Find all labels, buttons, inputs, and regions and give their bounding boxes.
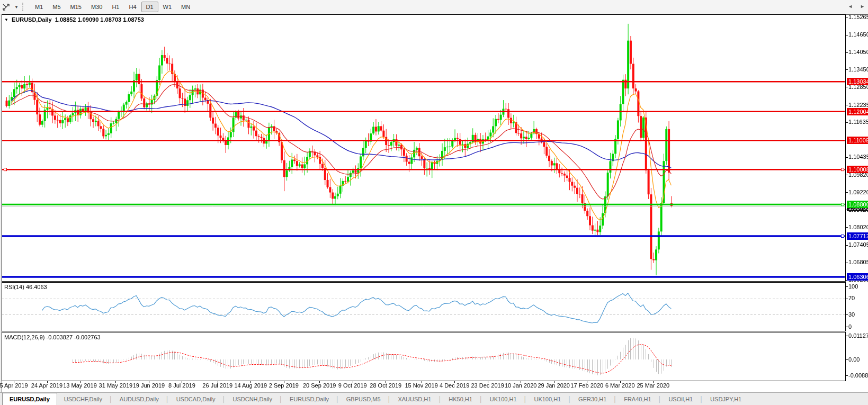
chart-tab-ger30-h1[interactable]: GER30,H1 [571,393,613,405]
timeframe-button-M5[interactable]: M5 [48,2,65,12]
macd-scale-label: 0.00 [848,356,860,363]
date-tick-label: 4 Dec 2019 [440,382,469,389]
timeframe-button-M15[interactable]: M15 [66,2,86,12]
chart-title: ▼ EURUSD,Daily 1.08852 1.09090 1.08703 1… [4,16,144,23]
date-tick-label: 25 Mar 2020 [637,382,669,389]
timeframe-button-H4[interactable]: H4 [124,2,141,12]
date-tick-label: 26 Jul 2019 [202,382,232,389]
date-tick-label: 9 Oct 2019 [338,382,367,389]
tab-separator: │ [109,393,113,405]
chart-tab-uk100-h1[interactable]: UK100,H1 [483,393,524,405]
tab-separator: │ [479,393,483,405]
price-tick-label: 1.14650 [848,31,868,38]
rsi-indicator-label: RSI(14) 46.4063 [4,284,47,290]
tab-separator: │ [166,393,169,405]
chart-tab-fra40-h1[interactable]: FRA40,H1 [617,393,658,405]
price-tick-label: 1.15265 [848,14,868,20]
chart-ohlc-values: 1.08852 1.09090 1.08703 1.08753 [55,16,144,23]
date-tick-label: 23 Dec 2019 [471,382,504,389]
chart-tab-eurusd-daily[interactable]: EURUSD,Daily [2,393,57,405]
chart-tab-usdcnh-daily[interactable]: USDCNH,Daily [226,393,279,405]
price-tick-label: 1.08020 [848,224,868,230]
chart-symbol-label: EURUSD,Daily [12,16,52,23]
price-level-label: 1.10008 [847,166,868,173]
price-tick-label: 1.12235 [848,102,868,108]
tab-separator: │ [336,393,339,405]
timeframe-button-M1[interactable]: M1 [30,2,48,12]
date-tick-label: 15 Nov 2019 [405,382,437,389]
chart-tab-bar: EURUSD,DailyUSDCHF,Daily│AUDUSD,Daily│US… [0,392,868,405]
price-tick-label: 1.10435 [848,154,868,160]
rsi-scale-label: 0 [848,323,852,330]
tab-separator: │ [658,393,662,405]
chart-tab-usoil-h1[interactable]: USOil,H1 [661,393,700,405]
price-level-label: 1.06306 [847,273,868,281]
chart-tab-gbpusd-m5[interactable]: GBPUSD,M5 [339,393,388,405]
macd-scale-label: -0.008845 [848,372,868,379]
chart-tab-usdchf-daily[interactable]: USDCHF,Daily [57,393,109,405]
date-tick-label: 19 Jun 2019 [133,382,165,389]
tab-separator: │ [524,393,527,405]
rsi-scale-label: 70 [848,295,855,301]
rsi-scale-label: 100 [848,283,858,290]
price-tick-label: 1.09220 [848,189,868,195]
date-tick-label: 28 Oct 2019 [370,382,401,389]
symbol-triangle-icon: ▼ [4,17,8,22]
date-tick-label: 20 Sep 2019 [303,382,336,389]
top-toolbar: ▼ M1M5M15M30H1H4D1W1MN [0,0,868,14]
price-tick-label: 1.07405 [848,241,868,248]
crosshair-tool-icon[interactable] [0,2,12,12]
tab-separator: │ [222,393,226,405]
tab-separator: │ [388,393,391,405]
toolbar-grip [22,3,27,11]
date-tick-label: 24 Apr 2019 [31,382,62,389]
price-level-label: 1.08800 [847,201,868,208]
tab-separator: │ [279,393,283,405]
macd-indicator-label: MACD(12,26,9) -0.003827 -0.002763 [4,334,101,340]
timeframe-button-H1[interactable]: H1 [107,2,124,12]
tool-dropdown-icon[interactable]: ▼ [13,2,20,12]
chart-tab-audusd-daily[interactable]: AUDUSD,Daily [113,393,166,405]
date-tick-label: 6 Mar 2020 [605,382,635,389]
date-tick-label: 14 Aug 2019 [234,382,267,389]
chart-tab-usdjpy-h1[interactable]: USDJPY,H1 [703,393,748,405]
date-tick-label: 29 Jan 2020 [538,382,570,389]
date-tick-label: 17 Feb 2020 [570,382,603,389]
chart-tab-usdcad-daily[interactable]: USDCAD,Daily [169,393,222,405]
date-tick-label: 8 Jul 2019 [168,382,195,389]
price-tick-label: 1.13450 [848,66,868,73]
tab-separator: │ [700,393,703,405]
price-tick-label: 1.11635 [848,119,868,125]
tab-separator: │ [438,393,442,405]
timeframe-button-D1[interactable]: D1 [141,2,158,12]
price-tick-label: 1.14050 [848,49,868,55]
tab-separator: │ [568,393,571,405]
macd-scale-label: 0.011277 [848,332,868,339]
price-level-label: 1.11009 [847,137,868,144]
tab-scroll-left-icon[interactable]: ◄ [848,4,853,9]
price-tick-label: 1.06805 [848,259,868,265]
tab-scroll-arrows: ◄ ► [848,0,865,12]
chart-tab-xauusd-h1[interactable]: XAUUSD,H1 [391,393,438,405]
price-level-label: 1.12004 [847,108,868,115]
rsi-scale-label: 30 [848,311,855,318]
timeframe-button-M30[interactable]: M30 [86,2,107,12]
timeframe-button-MN[interactable]: MN [176,2,195,12]
date-tick-label: 2 Sep 2019 [269,382,299,389]
chart-tab-eurusd-daily[interactable]: EURUSD,Daily [283,393,336,405]
price-level-label: 1.13034 [847,78,868,85]
date-tick-label: 10 Jan 2020 [505,382,537,389]
tab-separator: │ [613,393,617,405]
timeframe-button-W1[interactable]: W1 [158,2,177,12]
tab-scroll-right-icon[interactable]: ► [860,4,865,9]
date-tick-label: 5 Apr 2019 [0,382,28,389]
chart-tab-uk100-h1[interactable]: UK100,H1 [527,393,568,405]
date-tick-label: 31 May 2019 [99,382,133,389]
chart-tab-hk50-h1[interactable]: HK50,H1 [442,393,479,405]
chart-window[interactable] [2,14,868,393]
timeframe-button-group: M1M5M15M30H1H4D1W1MN [30,4,195,10]
date-tick-label: 13 May 2019 [63,382,97,389]
price-level-label: 1.07712 [847,232,868,240]
